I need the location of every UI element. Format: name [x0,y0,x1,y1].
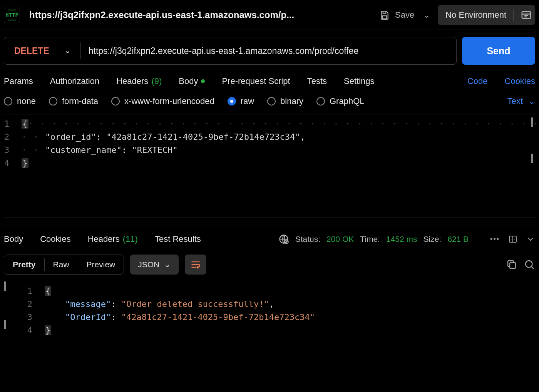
radio-binary[interactable]: binary [267,96,303,106]
response-tab-cookies[interactable]: Cookies [40,234,70,244]
code-token: "Order deleted successfully!" [121,299,269,309]
line-number: 1 [4,285,32,298]
view-raw[interactable]: Raw [45,255,78,274]
code-token: "customer_name" [45,145,122,155]
request-url-input[interactable] [81,46,456,56]
url-group: DELETE ⌄ [4,37,457,65]
code-link[interactable]: Code [467,76,488,86]
line-number: 3 [4,144,9,157]
environment-preview-icon[interactable] [521,9,532,21]
save-response-icon[interactable] [508,235,517,244]
save-dropdown-chevron-icon[interactable]: ⌄ [422,10,430,20]
response-body-viewer[interactable]: 1 2 3 4 { "message": "Order deleted succ… [4,281,535,347]
code-token: } [22,158,28,168]
code-token: { [22,119,28,129]
cookies-link[interactable]: Cookies [505,76,535,86]
svg-line-14 [531,266,534,269]
response-format-label: JSON [138,260,159,269]
editor-overview-ruler [531,117,533,214]
radio-form-data[interactable]: form-data [49,96,98,106]
size-value: 621 B [447,235,469,244]
tab-headers[interactable]: Headers (9) [116,76,162,86]
svg-point-13 [526,261,532,268]
tab-headers-label: Headers [116,76,148,86]
wrap-lines-button[interactable] [185,255,206,275]
code-content[interactable]: {· · · · · · · · · · · · · · · · · · · ·… [16,114,539,218]
tab-tests[interactable]: Tests [307,76,327,86]
http-method-icon: HTTP [4,7,20,23]
search-response-icon[interactable] [524,259,535,270]
status-value: 200 OK [326,235,354,244]
headers-count: (9) [151,76,162,86]
whitespace-dots: · · [22,132,45,142]
line-number: 1 [4,117,9,131]
whitespace-dots: · · · · · · · · · · · · · · · · · · · · … [28,119,539,129]
line-number: 2 [4,298,32,311]
response-tab-headers[interactable]: Headers (11) [88,234,138,244]
chevron-down-icon: ⌄ [164,260,171,269]
response-view-segment: Pretty Raw Preview [4,255,124,275]
collapse-chevron-icon[interactable] [526,235,535,244]
radio-graphql[interactable]: GraphQL [316,96,365,106]
save-button[interactable]: Save [380,10,414,20]
tab-prerequest[interactable]: Pre-request Script [222,76,290,86]
time-label: Time: [360,235,380,244]
radio-graphql-label: GraphQL [330,96,365,106]
divider [513,9,514,21]
topbar-right: Save ⌄ No Environment [380,5,535,25]
view-preview[interactable]: Preview [78,255,124,274]
code-token: "order_id" [45,132,96,142]
environment-label: No Environment [445,10,506,20]
code-token: } [45,325,51,335]
body-type-selector: none form-data x-www-form-urlencoded raw… [0,95,539,112]
svg-rect-12 [510,263,516,268]
radio-raw-label: raw [241,96,254,106]
chevron-down-icon: ⌄ [65,47,70,55]
line-number: 3 [4,311,32,324]
response-view-controls: Pretty Raw Preview JSON ⌄ [0,250,539,279]
tab-body-label: Body [179,76,198,86]
body-format-dropdown[interactable]: Text ⌄ [507,96,535,106]
response-tabs: Body Cookies Headers (11) Test Results S… [0,226,539,250]
line-gutter: 1 2 3 4 [4,281,39,347]
tab-body[interactable]: Body [179,76,205,86]
status-label: Status: [295,235,320,244]
http-badge-label: HTTP [5,12,18,18]
code-token: "message" [65,299,111,309]
environment-selector[interactable]: No Environment [438,5,535,25]
response-tab-test-results[interactable]: Test Results [155,234,201,244]
response-headers-count: (11) [123,234,138,244]
response-tab-body[interactable]: Body [4,234,23,244]
svg-point-9 [514,239,515,240]
radio-none[interactable]: none [4,96,36,106]
radio-binary-label: binary [280,96,303,106]
radio-urlencoded[interactable]: x-www-form-urlencoded [111,96,214,106]
line-number: 2 [4,131,9,144]
copy-response-icon[interactable] [506,259,517,270]
code-token: "REXTECH" [132,145,177,155]
line-number: 4 [4,157,9,170]
http-method-label: DELETE [14,46,49,56]
radio-formdata-label: form-data [62,96,98,106]
request-tab-title[interactable]: https://j3q2ifxpn2.execute-api.us-east-1… [27,10,373,20]
send-button[interactable]: Send [462,37,535,65]
response-headers-label: Headers [88,234,120,244]
request-row: DELETE ⌄ Send [0,30,539,65]
radio-raw[interactable]: raw [228,96,254,106]
code-token: "OrderId" [65,312,111,322]
tab-settings[interactable]: Settings [344,76,375,86]
radio-none-label: none [17,96,36,106]
more-icon[interactable]: ••• [490,235,500,243]
tab-authorization[interactable]: Authorization [50,76,99,86]
response-format-select[interactable]: JSON ⌄ [130,255,179,275]
whitespace-dots: · · [22,145,45,155]
view-pretty[interactable]: Pretty [4,255,44,274]
http-method-select[interactable]: DELETE ⌄ [4,46,80,56]
save-icon [380,10,390,20]
tab-params[interactable]: Params [4,76,33,86]
request-body-editor[interactable]: 1 2 3 4 {· · · · · · · · · · · · · · · ·… [4,114,535,218]
size-label: Size: [424,235,442,244]
body-modified-dot-icon [201,79,205,83]
chevron-down-icon: ⌄ [528,96,535,106]
body-format-label: Text [507,96,523,106]
